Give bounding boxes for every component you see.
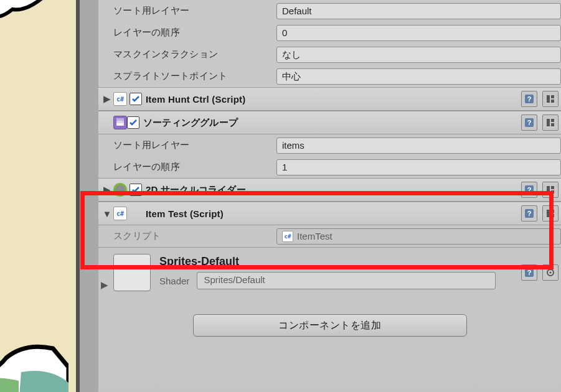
script-value: ItemTest xyxy=(297,230,332,243)
svg-rect-11 xyxy=(551,119,554,122)
settings-button[interactable] xyxy=(542,264,559,281)
circle-collider-icon xyxy=(113,183,127,197)
svg-rect-17 xyxy=(551,190,554,194)
foldout-icon[interactable]: ▶ xyxy=(102,94,112,104)
label-sg-sorting-layer: ソート用レイヤー xyxy=(113,139,276,151)
shader-label: Shader xyxy=(159,276,189,286)
component-item-hunt-ctrl: ▶ c# Item Hunt Ctrl (Script) ? xyxy=(98,87,561,111)
svg-rect-21 xyxy=(551,210,554,213)
help-button[interactable]: ? xyxy=(521,264,537,281)
svg-point-26 xyxy=(550,271,552,273)
preset-button[interactable] xyxy=(542,205,559,222)
field-mask-interaction[interactable]: なし xyxy=(276,47,561,63)
svg-text:?: ? xyxy=(527,269,532,276)
row-sorting-layer: ソート用レイヤー Default xyxy=(98,0,561,22)
svg-rect-15 xyxy=(547,186,550,194)
enable-checkbox[interactable] xyxy=(130,184,142,196)
csharp-script-icon: c# xyxy=(282,231,293,242)
help-button[interactable]: ? xyxy=(521,205,537,222)
svg-text:?: ? xyxy=(527,95,532,103)
component-circle-collider-2d: ▶ 2D サークルコライダー ? xyxy=(98,178,561,202)
svg-rect-22 xyxy=(551,214,554,217)
help-button[interactable]: ? xyxy=(521,91,537,107)
material-name: Sprites-Default xyxy=(159,255,496,268)
svg-rect-6 xyxy=(116,121,124,123)
svg-rect-12 xyxy=(551,123,554,126)
svg-rect-16 xyxy=(551,186,554,189)
enable-checkbox[interactable] xyxy=(130,93,142,105)
component-title: 2D サークルコライダー xyxy=(146,184,246,196)
svg-text:?: ? xyxy=(527,119,532,126)
field-sg-sorting-layer[interactable]: items xyxy=(276,138,561,154)
foldout-icon[interactable]: ▶ xyxy=(101,279,108,291)
label-item-test-script: スクリプト xyxy=(113,230,276,242)
component-item-test: ▼ c# Item Test (Script) ? xyxy=(98,202,561,225)
help-button[interactable]: ? xyxy=(521,182,537,198)
enable-checkbox[interactable] xyxy=(127,116,139,129)
svg-rect-4 xyxy=(551,100,554,103)
sprite-shape-bottom xyxy=(0,299,68,392)
label-sprite-sort-point: スプライトソートポイント xyxy=(113,70,276,82)
svg-rect-5 xyxy=(116,123,124,126)
field-sprite-sort-point[interactable]: 中心 xyxy=(276,68,561,85)
row-sg-sorting-layer: ソート用レイヤー items xyxy=(98,134,561,156)
row-order-in-layer: レイヤーの順序 0 xyxy=(98,22,561,44)
sprite-shape-top xyxy=(0,0,75,31)
field-sorting-layer[interactable]: Default xyxy=(276,3,561,19)
svg-rect-10 xyxy=(547,119,550,126)
label-order-in-layer: レイヤーの順序 xyxy=(113,27,276,39)
shader-dropdown[interactable]: Sprites/Default xyxy=(197,272,496,289)
field-item-test-script: c# ItemTest xyxy=(276,228,561,245)
svg-text:?: ? xyxy=(527,210,532,217)
csharp-script-icon: c# xyxy=(113,92,127,106)
help-button[interactable]: ? xyxy=(521,114,537,131)
row-sprite-sort-point: スプライトソートポイント 中心 xyxy=(98,65,561,87)
material-section: ▶ Sprites-Default Shader Sprites/Default… xyxy=(98,247,561,297)
component-title: Item Test (Script) xyxy=(146,208,224,219)
add-component-button[interactable]: コンポーネントを追加 xyxy=(193,314,467,337)
inspector-panel: ソート用レイヤー Default レイヤーの順序 0 マスクインタラクション な… xyxy=(98,0,561,392)
foldout-icon[interactable]: ▼ xyxy=(102,208,112,218)
add-component-row: コンポーネントを追加 xyxy=(98,314,561,337)
component-sorting-group: ▶ ソーティンググループ ? xyxy=(98,111,561,134)
svg-rect-3 xyxy=(551,95,554,98)
row-item-test-script: スクリプト c# ItemTest xyxy=(98,225,561,247)
field-order-in-layer[interactable]: 0 xyxy=(276,25,561,41)
svg-rect-2 xyxy=(547,95,550,103)
preset-button[interactable] xyxy=(542,114,559,131)
foldout-icon[interactable]: ▶ xyxy=(102,185,112,195)
svg-text:?: ? xyxy=(527,186,532,194)
row-sg-order-in-layer: レイヤーの順序 1 xyxy=(98,156,561,178)
label-mask-interaction: マスクインタラクション xyxy=(113,49,276,60)
label-sorting-layer: ソート用レイヤー xyxy=(113,5,276,17)
csharp-script-icon: c# xyxy=(113,207,127,220)
svg-rect-20 xyxy=(547,210,550,217)
row-mask-interaction: マスクインタラクション なし xyxy=(98,44,561,65)
svg-rect-7 xyxy=(116,118,124,121)
sorting-group-icon xyxy=(113,116,127,129)
preset-button[interactable] xyxy=(542,182,559,198)
label-sg-order-in-layer: レイヤーの順序 xyxy=(113,161,276,173)
component-title: ソーティンググループ xyxy=(143,117,238,129)
scene-preview xyxy=(0,0,80,392)
field-sg-order-in-layer[interactable]: 1 xyxy=(276,159,561,175)
preset-button[interactable] xyxy=(542,91,559,107)
component-title: Item Hunt Ctrl (Script) xyxy=(146,94,245,105)
material-thumbnail[interactable] xyxy=(113,254,151,291)
